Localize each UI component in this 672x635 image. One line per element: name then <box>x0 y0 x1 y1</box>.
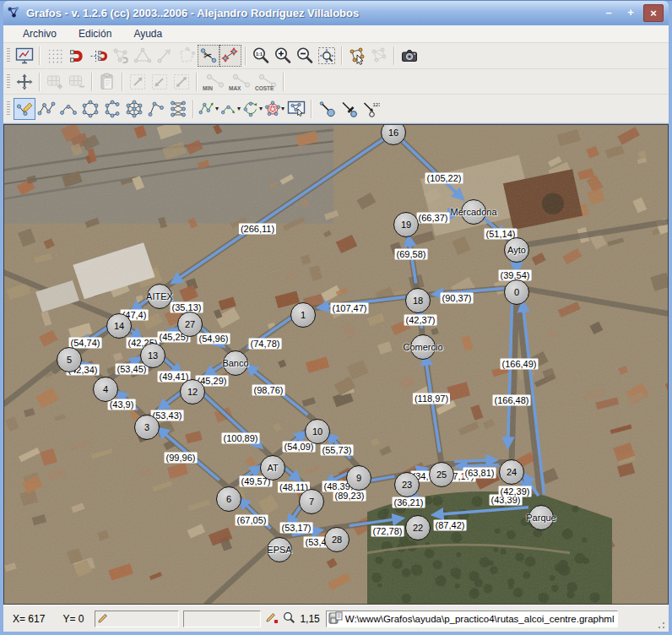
snap-grid-icon[interactable] <box>88 45 110 67</box>
weighted-edge-tool-icon[interactable]: 123 <box>360 98 382 120</box>
maximize-button[interactable]: + <box>621 4 640 20</box>
complete-graph-icon[interactable]: ▾ <box>263 98 285 120</box>
graph-edge-16-AITEX[interactable] <box>172 139 383 283</box>
graph-edge-EPSA-6[interactable] <box>240 498 271 529</box>
menu-item-edición[interactable]: Edición <box>68 26 122 42</box>
magnet-icon[interactable] <box>66 45 88 67</box>
wheel-graph-icon[interactable] <box>123 98 145 120</box>
graph-edge-18-1[interactable] <box>318 297 405 308</box>
graph-edge-AT-10[interactable] <box>283 431 306 450</box>
graph-edge-14-13[interactable] <box>128 328 141 339</box>
close-button[interactable]: × <box>643 4 664 22</box>
directed-cycle-icon[interactable]: ▾ <box>241 98 263 120</box>
pan-view-icon[interactable] <box>14 71 35 93</box>
graph-edge-Parque-0[interactable] <box>523 302 544 494</box>
graph-edge-Comercio-18[interactable] <box>420 310 421 328</box>
svg-text:1:1: 1:1 <box>256 52 263 57</box>
edge-tool-icon[interactable] <box>316 98 338 120</box>
zoom-actual-icon[interactable]: 1:1 <box>250 45 272 67</box>
zoom-in-icon[interactable] <box>272 45 294 67</box>
graph-edge-4-5[interactable] <box>81 362 95 374</box>
graph-secondary-icon <box>368 45 390 67</box>
directed-path-icon[interactable]: ▾ <box>198 98 219 120</box>
graph-edge-Banco-12[interactable] <box>205 363 225 376</box>
draw-graph-icon[interactable] <box>14 98 35 120</box>
toolbar-handle[interactable] <box>7 101 10 117</box>
graph-edge-6-AT[interactable] <box>239 466 260 480</box>
graph-edge-18-19[interactable] <box>409 236 416 284</box>
graph-edge-24-Parque[interactable] <box>515 472 529 494</box>
graph-edge-AITEX-14[interactable] <box>132 299 149 312</box>
dropdown-arrow-icon[interactable]: ▾ <box>215 105 219 112</box>
dropdown-arrow-icon[interactable]: ▾ <box>259 105 263 112</box>
graph-window-icon[interactable] <box>285 98 307 120</box>
graph-edge-0-18[interactable] <box>433 288 504 294</box>
directed-edge-tool-icon[interactable] <box>338 98 360 120</box>
minimize-button[interactable]: – <box>599 4 618 20</box>
move-nodes-icon[interactable] <box>219 45 241 67</box>
graph-edge-12-AT[interactable] <box>202 393 262 448</box>
bipartite-graph-icon[interactable] <box>167 98 189 120</box>
graph-edge-4-13[interactable] <box>116 357 140 374</box>
graph-edge-Parque-24[interactable] <box>524 475 539 497</box>
resize-grip[interactable] <box>654 618 666 630</box>
toolbar-handle[interactable] <box>7 48 10 63</box>
cycle-graph-icon[interactable] <box>79 98 101 120</box>
graph-edge-22-23[interactable] <box>410 489 415 504</box>
vector-tool-icon <box>154 45 176 67</box>
star-graph-icon[interactable] <box>145 98 167 120</box>
graph-edge-13-12[interactable] <box>162 357 182 374</box>
graph-edge-Mercadona-Ayto[interactable] <box>483 218 505 236</box>
graph-edge-14-5[interactable] <box>82 327 109 345</box>
toolbar-button-label: MAX <box>229 85 241 91</box>
toolbar-separator <box>39 73 41 91</box>
dropdown-arrow-icon[interactable]: ▾ <box>237 105 241 112</box>
graph-edge-AT-7[interactable] <box>282 466 300 481</box>
menu-item-archivo[interactable]: Archivo <box>12 26 68 42</box>
grid-toggle-icon[interactable] <box>44 45 66 67</box>
graph-edge-23-25[interactable] <box>419 469 426 471</box>
graph-edge-6-3[interactable] <box>159 428 219 480</box>
select-graph-icon[interactable] <box>346 45 368 67</box>
graph-edge-19-Mercadona[interactable] <box>419 212 459 220</box>
graph-edge-16-Mercadona[interactable] <box>403 141 463 199</box>
snapshot-icon[interactable] <box>398 45 420 67</box>
graph-edge-3-4[interactable] <box>117 392 138 410</box>
graph-edge-24-25[interactable] <box>457 464 499 466</box>
screen-config-icon[interactable] <box>14 45 35 67</box>
graph-edge-25-24[interactable] <box>454 460 496 462</box>
open-cycle-graph-icon[interactable] <box>101 98 123 120</box>
graph-edge-9-10[interactable] <box>328 433 350 458</box>
map-canvas[interactable]: (105,22)(266,11)(66,37)(51,14)(39,54)(90… <box>3 124 669 605</box>
graph-edge-EPSA-28[interactable] <box>292 530 322 535</box>
zoom-fit-icon[interactable] <box>316 45 338 67</box>
remove-cell-icon <box>66 71 88 93</box>
zoom-out-icon[interactable] <box>294 45 316 67</box>
graph-edge-13-27[interactable] <box>162 328 178 340</box>
graph-edge-Parque-22[interactable] <box>433 507 528 515</box>
directed-arc-icon[interactable]: ▾ <box>219 98 241 120</box>
graph-edge-27-Banco[interactable] <box>199 327 224 347</box>
arc-graph-icon[interactable] <box>57 98 79 120</box>
graph-edge-1-Banco[interactable] <box>248 317 293 348</box>
graph-edge-7-EPSA[interactable] <box>288 501 305 525</box>
graph-edge-27-AITEX[interactable] <box>171 301 181 310</box>
graph-edge-9-7[interactable] <box>325 473 347 484</box>
status-bar: X= 617 Y= 0 1,15 W:\www\Grafos\ayuda\p_p… <box>3 605 669 632</box>
cut-nodes-icon[interactable]: ✂ <box>198 45 219 67</box>
toolbar-main: ✂1:1 <box>3 43 669 69</box>
graph-edge-10-Banco[interactable] <box>247 366 308 415</box>
dropdown-arrow-icon[interactable]: ▾ <box>281 105 285 112</box>
title-bar[interactable]: Grafos - v. 1.2.6 (cc) 2003..2006 - Alej… <box>3 1 669 25</box>
graph-edge-25-Comercio[interactable] <box>425 355 440 453</box>
file-icon <box>328 611 343 626</box>
grafos-window: Grafos - v. 1.2.6 (cc) 2003..2006 - Alej… <box>0 0 672 635</box>
status-y-coordinate: Y= 0 <box>56 613 90 625</box>
path-graph-icon[interactable] <box>35 98 57 120</box>
graph-edge-12-3[interactable] <box>159 392 182 410</box>
svg-text:123: 123 <box>373 102 381 107</box>
graph-edge-28-22[interactable] <box>350 518 403 526</box>
graph-edge-0-24[interactable] <box>508 300 512 448</box>
toolbar-handle[interactable] <box>7 74 10 90</box>
menu-item-ayuda[interactable]: Ayuda <box>122 26 173 42</box>
